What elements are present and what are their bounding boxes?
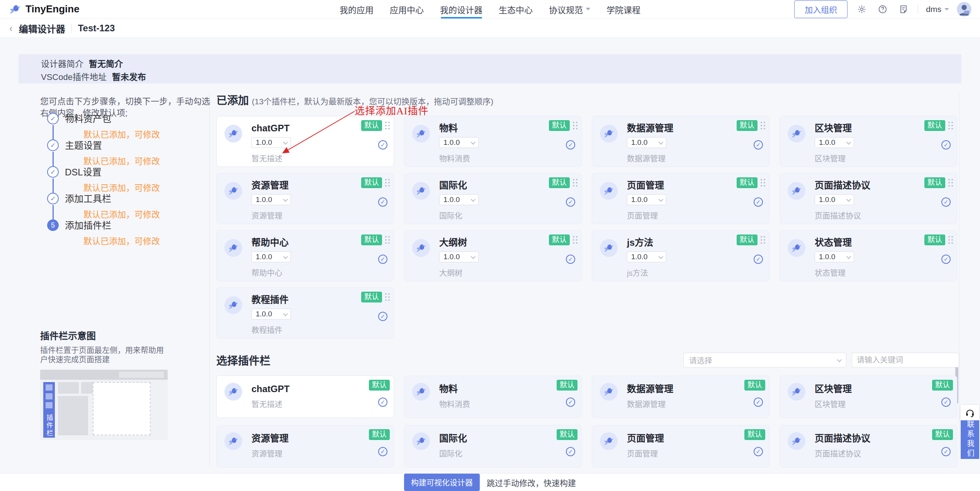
logo-text: TinyEngine — [25, 3, 80, 15]
selected-check-icon[interactable]: ✓ — [941, 197, 951, 207]
support-headset-icon[interactable] — [961, 405, 979, 420]
selected-check-icon[interactable]: ✓ — [754, 197, 763, 207]
back-button[interactable]: ‹ — [9, 23, 13, 33]
username-text: dms — [926, 5, 941, 14]
release-notes-icon[interactable] — [897, 3, 910, 16]
selected-check-icon[interactable]: ✓ — [378, 140, 387, 150]
plugin-desc: 区块管理 — [815, 398, 951, 409]
selected-check-icon[interactable]: ✓ — [378, 447, 387, 456]
drag-handle-icon[interactable] — [573, 120, 577, 129]
select-plugin-card[interactable]: 资源管理 资源管理 默认 ✓ — [216, 425, 394, 467]
version-select[interactable]: 1.0.0 — [627, 251, 666, 262]
plugin-desc: 数据源管理 — [627, 398, 763, 409]
selected-check-icon[interactable]: ✓ — [378, 312, 387, 321]
step-item-5[interactable]: 5添加插件栏默认已添加，可修改 — [40, 220, 206, 247]
version-select[interactable]: 1.0.0 — [815, 194, 854, 205]
version-select[interactable]: 1.0.0 — [251, 251, 291, 262]
select-plugin-card[interactable]: 数据源管理 数据源管理 默认 ✓ — [592, 375, 769, 418]
user-menu[interactable]: dms — [926, 5, 949, 14]
step-item-3[interactable]: ✓DSL设置默认已添加，可修改 — [40, 167, 206, 194]
join-org-button[interactable]: 加入组织 — [794, 0, 848, 18]
step-item-2[interactable]: ✓主题设置默认已添加，可修改 — [40, 140, 206, 167]
drag-handle-icon[interactable] — [948, 177, 953, 187]
plugin-desc: 页面描述协议 — [815, 210, 951, 221]
selected-check-icon[interactable]: ✓ — [754, 140, 763, 150]
version-select[interactable]: 1.0.0 — [251, 194, 291, 205]
nav-item-1[interactable]: 我的应用 — [340, 0, 374, 19]
settings-gear-icon[interactable] — [855, 3, 868, 16]
drag-handle-icon[interactable] — [948, 234, 953, 244]
drag-handle-icon[interactable] — [761, 234, 765, 244]
version-select[interactable]: 1.0.0 — [439, 137, 479, 148]
selected-check-icon[interactable]: ✓ — [754, 255, 763, 264]
version-select[interactable]: 1.0.0 — [815, 251, 854, 262]
chevron-down-icon — [659, 197, 664, 202]
version-value: 1.0.0 — [631, 253, 647, 261]
avatar[interactable] — [957, 2, 972, 17]
select-plugin-card[interactable]: 页面管理 页面管理 默认 ✓ — [592, 425, 769, 467]
select-plugin-card[interactable]: 区块管理 区块管理 默认 ✓ — [780, 375, 957, 418]
selected-check-icon[interactable]: ✓ — [566, 398, 575, 407]
step-item-4[interactable]: ✓添加工具栏默认已添加，可修改 — [40, 194, 206, 220]
help-icon[interactable] — [876, 3, 889, 16]
drag-handle-icon[interactable] — [385, 234, 390, 244]
drag-handle-icon[interactable] — [948, 120, 953, 129]
drag-handle-icon[interactable] — [761, 120, 765, 129]
nav-item-2[interactable]: 应用中心 — [390, 0, 424, 19]
default-badge: 默认 — [557, 429, 577, 440]
step-item-1[interactable]: ✓物料资产包默认已添加，可修改 — [40, 114, 206, 140]
drag-handle-icon[interactable] — [385, 292, 390, 301]
nav-item-5[interactable]: 协议规范 — [549, 0, 590, 19]
drag-handle-icon[interactable] — [573, 234, 577, 244]
select-plugin-card[interactable]: 页面描述协议 页面描述协议 默认 ✓ — [780, 425, 957, 467]
selected-check-icon[interactable]: ✓ — [754, 447, 763, 456]
selected-check-icon[interactable]: ✓ — [566, 447, 575, 456]
added-plugin-card: 数据源管理 1.0.0 数据源管理 默认 ✓ — [592, 116, 769, 167]
search-input[interactable] — [857, 356, 959, 365]
drag-handle-icon[interactable] — [573, 177, 577, 187]
selected-check-icon[interactable]: ✓ — [941, 140, 951, 150]
version-select[interactable]: 1.0.0 — [251, 309, 291, 319]
category-select[interactable]: 请选择 — [683, 353, 846, 367]
version-select[interactable]: 1.0.0 — [815, 137, 854, 148]
version-select[interactable]: 1.0.0 — [439, 194, 479, 205]
build-designer-button[interactable]: 构建可视化设计器 — [404, 474, 480, 491]
bird-icon — [791, 436, 802, 446]
plugin-name: 资源管理 — [251, 433, 387, 444]
logo-bird-icon — [8, 3, 22, 15]
selected-check-icon[interactable]: ✓ — [941, 255, 951, 264]
selected-check-icon[interactable]: ✓ — [566, 140, 575, 150]
default-badge: 默认 — [737, 234, 758, 245]
selected-check-icon[interactable]: ✓ — [941, 447, 951, 456]
select-plugin-card[interactable]: 国际化 国际化 默认 ✓ — [404, 425, 582, 467]
selected-check-icon[interactable]: ✓ — [566, 197, 575, 207]
selected-check-icon[interactable]: ✓ — [941, 398, 951, 407]
drag-handle-icon[interactable] — [761, 177, 765, 187]
drag-handle-icon[interactable] — [385, 120, 390, 129]
category-select-placeholder: 请选择 — [689, 355, 712, 366]
schematic-plugin-bar-label: 插件栏 — [44, 414, 54, 437]
selected-check-icon[interactable]: ✓ — [566, 255, 575, 264]
selected-check-icon[interactable]: ✓ — [378, 398, 387, 407]
nav-item-6[interactable]: 学院课程 — [606, 0, 640, 19]
plugin-name: 物料 — [439, 384, 575, 394]
logo[interactable]: TinyEngine — [8, 3, 80, 15]
select-plugin-card[interactable]: chatGPT 暂无描述 默认 ✓ — [216, 375, 394, 418]
selected-check-icon[interactable]: ✓ — [754, 398, 763, 407]
bird-icon — [415, 436, 427, 446]
nav-item-3[interactable]: 我的设计器 — [440, 0, 482, 19]
select-plugin-card[interactable]: 物料 物料消费 默认 ✓ — [404, 375, 582, 418]
selected-check-icon[interactable]: ✓ — [378, 197, 387, 207]
version-select[interactable]: 1.0.0 — [439, 251, 479, 262]
version-select[interactable]: 1.0.0 — [627, 194, 666, 205]
step-check-icon: ✓ — [47, 139, 59, 151]
skip-build-link[interactable]: 跳过手动修改，快速构建 — [487, 477, 576, 488]
plugin-avatar — [600, 383, 618, 401]
selected-check-icon[interactable]: ✓ — [378, 255, 387, 264]
plugin-avatar — [224, 383, 242, 401]
keyword-search — [852, 353, 959, 367]
version-select[interactable]: 1.0.0 — [627, 137, 666, 148]
nav-item-4[interactable]: 生态中心 — [499, 0, 533, 19]
drag-handle-icon[interactable] — [385, 177, 390, 187]
contact-us-button[interactable]: 联系我们 — [961, 420, 979, 459]
